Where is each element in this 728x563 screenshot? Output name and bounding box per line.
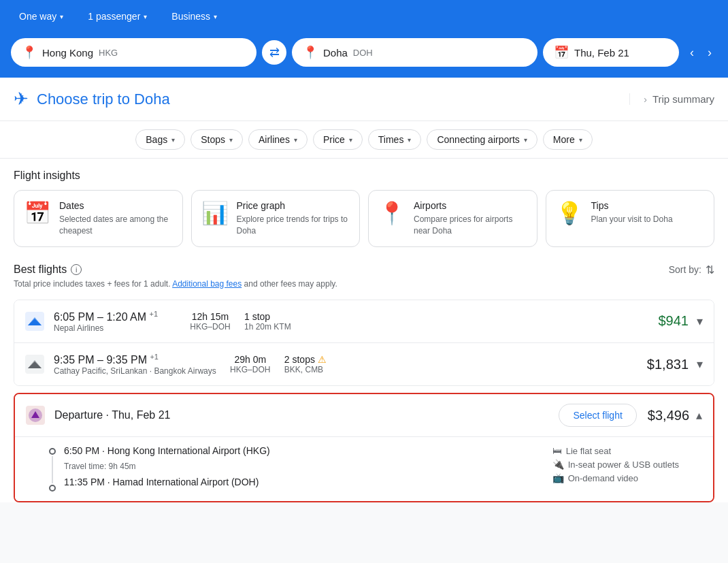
seat-icon: 🛏 (552, 445, 562, 456)
destination-field[interactable]: 📍 Doha DOH (292, 38, 537, 67)
connecting-airports-chevron: ▾ (524, 136, 527, 144)
date-value: Thu, Feb 21 (574, 47, 629, 59)
insights-title: Flight insights (14, 170, 714, 182)
flight-stops-1: 1 stop 1h 20m KTM (244, 311, 340, 332)
date-field[interactable]: 📅 Thu, Feb 21 (543, 38, 679, 67)
additional-fees-link[interactable]: Additional bag fees (172, 279, 242, 289)
arrive-stop-time: 11:35 PM (64, 477, 105, 487)
origin-pin-icon: 📍 (22, 45, 37, 60)
dot-line (52, 456, 53, 483)
select-flight-button[interactable]: Select flight (559, 404, 636, 427)
date-prev-button[interactable]: ‹ (684, 43, 699, 63)
route-1: HKG–DOH (176, 322, 244, 332)
dates-desc: Selected dates are among the cheapest (59, 214, 173, 237)
insight-dates[interactable]: 📅 Dates Selected dates are among the che… (14, 190, 183, 247)
flight-detail: 6:50 PM · Hong Kong International Airpor… (15, 436, 713, 501)
depart-stop-time: 6:50 PM (64, 445, 99, 456)
amenity-video: 📺 On-demand video (552, 472, 679, 483)
price-label: Price (323, 134, 345, 145)
selected-flight-header: Departure · Thu, Feb 21 Select flight $3… (15, 394, 713, 436)
origin-code: HKG (99, 48, 118, 58)
power-text: In-seat power & USB outlets (568, 460, 679, 470)
seat-text: Lie flat seat (566, 446, 612, 456)
date-navigation: ‹ › (684, 43, 717, 63)
date-next-button[interactable]: › (702, 43, 717, 63)
flight-row-2[interactable]: 9:35 PM – 9:35 PM +1 Cathay Pacific, Sri… (14, 343, 714, 385)
departure-label: Departure · Thu, Feb 21 (54, 409, 559, 421)
selected-price: $3,496 (648, 408, 689, 423)
passengers-chevron: ▾ (144, 13, 147, 20)
insight-tips[interactable]: 💡 Tips Plan your visit to Doha (546, 190, 715, 247)
trip-summary-link[interactable]: › Trip summary (629, 93, 714, 105)
price-1: $941 (659, 313, 689, 329)
arrive-time-1: 1:20 AM (106, 311, 146, 323)
passengers-button[interactable]: 1 passenger ▾ (82, 7, 152, 26)
filter-price[interactable]: Price ▾ (313, 129, 363, 150)
main-content: ✈ Choose trip to Doha › Trip summary Bag… (0, 78, 728, 502)
filter-stops[interactable]: Stops ▾ (191, 129, 243, 150)
class-chevron: ▾ (214, 13, 217, 20)
and-more-text: and other fees may apply. (244, 279, 337, 289)
class-label: Business (171, 11, 210, 22)
filter-more[interactable]: More ▾ (543, 129, 593, 150)
sort-by-label: Sort by: (669, 264, 701, 275)
route-2: HKG–DOH (216, 365, 284, 374)
depart-time-2: 9:35 PM (54, 354, 95, 366)
flight-duration-1: 12h 15m HKG–DOH (176, 311, 244, 332)
selected-collapse-button[interactable]: ▴ (696, 408, 702, 423)
overnight-2: +1 (150, 353, 159, 361)
best-flights-info-icon[interactable]: i (71, 264, 82, 275)
airline-logo-2 (25, 355, 44, 374)
calendar-icon: 📅 (554, 45, 569, 60)
filter-times[interactable]: Times ▾ (368, 129, 422, 150)
airline-name-2: Cathay Pacific, SriLankan · Bangkok Airw… (54, 366, 216, 376)
stops-2: 2 stops (284, 354, 315, 365)
page-title: Choose trip to Doha (37, 91, 170, 108)
flight-price-2: $1,831 ▾ (647, 357, 703, 372)
price-note: Total price includes taxes + fees for 1 … (14, 279, 714, 289)
times-label: Times (378, 134, 404, 145)
expand-button-2[interactable]: ▾ (697, 357, 703, 372)
bags-label: Bags (146, 134, 167, 145)
top-navigation: One way ▾ 1 passenger ▾ Business ▾ (0, 0, 728, 33)
filter-connecting-airports[interactable]: Connecting airports ▾ (427, 129, 537, 150)
passengers-label: 1 passenger (88, 11, 140, 22)
airlines-label: Airlines (259, 134, 290, 145)
expand-button-1[interactable]: ▾ (697, 314, 703, 329)
page-header: ✈ Choose trip to Doha › Trip summary (0, 78, 728, 121)
search-bar: 📍 Hong Kong HKG ⇄ 📍 Doha DOH 📅 Thu, Feb … (0, 33, 728, 78)
overnight-1: +1 (150, 310, 159, 318)
flights-list: 6:05 PM – 1:20 AM +1 Nepal Airlines 12h … (14, 300, 714, 387)
flight-row-1[interactable]: 6:05 PM – 1:20 AM +1 Nepal Airlines 12h … (14, 300, 714, 343)
tips-name: Tips (591, 200, 673, 211)
insights-section: Flight insights 📅 Dates Selected dates a… (0, 159, 728, 258)
sort-button[interactable]: Sort by: ⇅ (669, 263, 714, 276)
stops-detail-1: 1h 20m KTM (244, 322, 340, 332)
filter-airlines[interactable]: Airlines ▾ (248, 129, 308, 150)
insight-airports[interactable]: 📍 Airports Compare prices for airports n… (368, 190, 537, 247)
insight-price-graph[interactable]: 📊 Price graph Explore price trends for t… (191, 190, 361, 247)
price-note-text: Total price includes taxes + fees for 1 … (14, 279, 170, 289)
trip-type-button[interactable]: One way ▾ (14, 7, 69, 26)
duration-1: 12h 15m (176, 311, 244, 322)
arrive-stop-airport: Hamad International Airport (DOH) (113, 477, 259, 487)
arrive-time-2: 9:35 PM (106, 354, 147, 366)
best-flights-section: Best flights i Sort by: ⇅ Total price in… (0, 258, 728, 300)
origin-field[interactable]: 📍 Hong Kong HKG (11, 38, 257, 67)
times-chevron: ▾ (408, 136, 411, 144)
filter-bags[interactable]: Bags ▾ (135, 129, 185, 150)
destination-city: Doha (323, 47, 348, 59)
class-button[interactable]: Business ▾ (166, 7, 222, 26)
duration-2: 29h 0m (216, 354, 284, 365)
destination-code: DOH (353, 48, 373, 58)
origin-city: Hong Kong (42, 47, 93, 59)
flight-duration-2: 29h 0m HKG–DOH (216, 354, 284, 374)
trip-summary-label: Trip summary (652, 93, 714, 105)
best-flights-title: Best flights (14, 263, 67, 276)
connecting-airports-label: Connecting airports (437, 134, 519, 145)
flight-times-2: 9:35 PM – 9:35 PM +1 Cathay Pacific, Sri… (54, 353, 216, 376)
dates-name: Dates (59, 200, 173, 211)
amenity-power: 🔌 In-seat power & USB outlets (552, 459, 679, 470)
amenities-list: 🛏 Lie flat seat 🔌 In-seat power & USB ou… (552, 445, 679, 483)
swap-button[interactable]: ⇄ (262, 40, 286, 65)
